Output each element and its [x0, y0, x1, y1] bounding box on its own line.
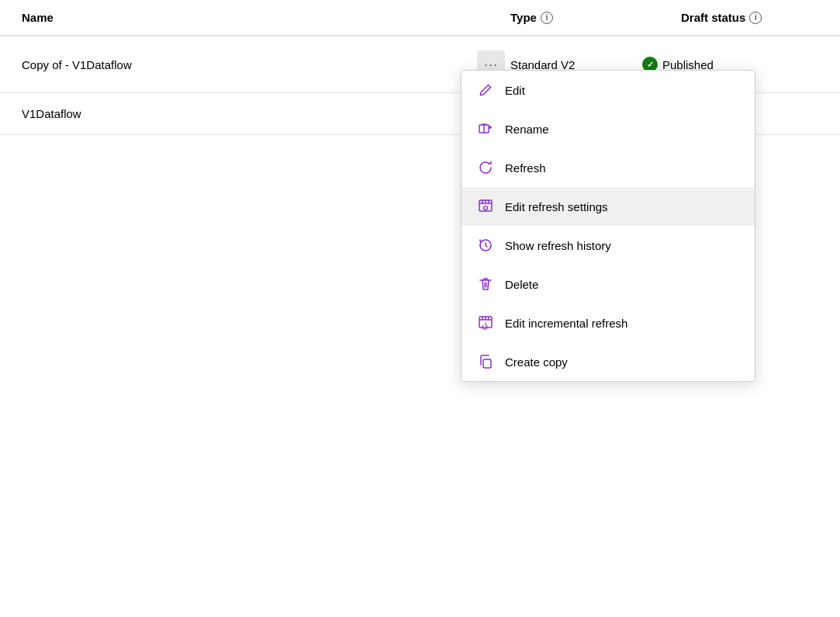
- menu-refresh-label: Refresh: [505, 161, 546, 175]
- draft-info-icon: i: [749, 12, 762, 24]
- menu-item-edit-refresh-settings[interactable]: Edit refresh settings: [461, 187, 755, 226]
- row1-name: Copy of - V1Dataflow: [22, 58, 472, 71]
- header-name: Name: [22, 11, 472, 24]
- context-menu: Edit Rename Refresh: [461, 70, 755, 382]
- create-copy-icon: [477, 353, 494, 370]
- delete-icon: [477, 276, 494, 293]
- edit-icon: [477, 81, 494, 99]
- row1-type: Standard V2: [510, 58, 642, 71]
- menu-show-refresh-history-label: Show refresh history: [505, 239, 611, 252]
- menu-item-edit[interactable]: Edit: [461, 71, 755, 109]
- menu-item-edit-incremental-refresh[interactable]: Edit incremental refresh: [461, 303, 755, 342]
- menu-rename-label: Rename: [505, 123, 549, 136]
- menu-item-create-copy[interactable]: Create copy: [461, 342, 755, 381]
- menu-edit-refresh-settings-label: Edit refresh settings: [505, 200, 608, 213]
- header-type: Type i: [510, 11, 681, 24]
- menu-delete-label: Delete: [505, 278, 538, 291]
- show-refresh-history-icon: [477, 237, 494, 254]
- menu-item-show-refresh-history[interactable]: Show refresh history: [461, 226, 755, 265]
- refresh-icon: [477, 159, 494, 176]
- edit-incremental-refresh-icon: [477, 314, 494, 331]
- menu-item-delete[interactable]: Delete: [461, 265, 755, 303]
- type-info-icon: i: [541, 12, 553, 24]
- header-draft-status: Draft status i: [681, 11, 818, 24]
- menu-edit-label: Edit: [505, 84, 525, 97]
- menu-edit-incremental-refresh-label: Edit incremental refresh: [505, 317, 627, 330]
- table-header: Name Type i Draft status i: [0, 0, 840, 36]
- row2-name: V1Dataflow: [22, 107, 472, 120]
- edit-refresh-settings-icon: [477, 198, 494, 215]
- svg-rect-4: [483, 359, 491, 368]
- menu-item-refresh[interactable]: Refresh: [461, 148, 755, 187]
- menu-item-rename[interactable]: Rename: [461, 109, 755, 148]
- menu-create-copy-label: Create copy: [505, 355, 568, 369]
- rename-icon: [477, 120, 494, 137]
